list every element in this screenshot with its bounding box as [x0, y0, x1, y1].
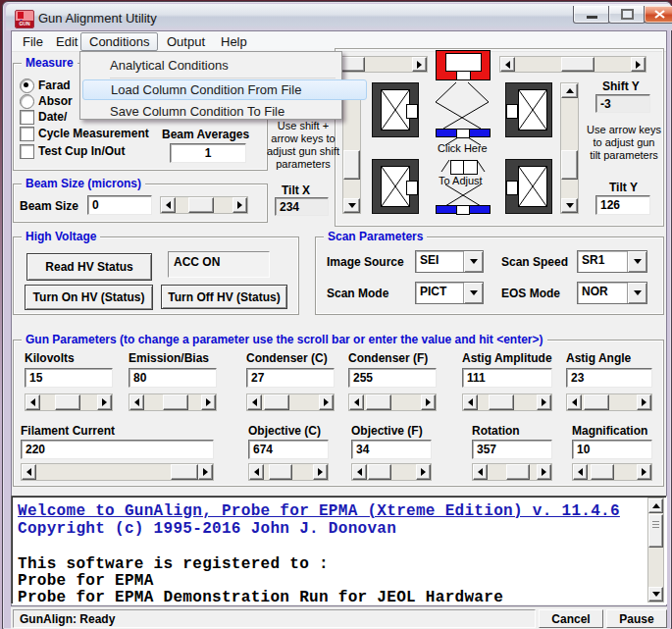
- dropdown-arrow-icon[interactable]: [627, 283, 646, 303]
- dropdown-arrow-icon[interactable]: [627, 251, 646, 272]
- beam-size-field[interactable]: 0: [87, 195, 152, 215]
- log-scrollbar[interactable]: [647, 498, 664, 603]
- scroll-right-arrow[interactable]: [313, 464, 328, 480]
- log-output[interactable]: Welcome to GunAlign, Probe for EPMA (Xtr…: [11, 496, 667, 604]
- data-checkbox[interactable]: [20, 110, 34, 125]
- scroll-right-arrow[interactable]: [412, 57, 427, 72]
- scroll-right-arrow[interactable]: [637, 464, 651, 480]
- scroll-thumb[interactable]: [648, 514, 663, 548]
- magnification-field[interactable]: 10: [572, 440, 652, 459]
- scroll-down-arrow[interactable]: [343, 198, 360, 213]
- scroll-thumb[interactable]: [366, 394, 391, 410]
- scroll-thumb[interactable]: [561, 150, 578, 180]
- scroll-right-arrow[interactable]: [97, 394, 112, 410]
- scroll-right-arrow[interactable]: [416, 464, 431, 480]
- scroll-right-arrow[interactable]: [198, 464, 213, 480]
- astig-angle-scrollbar[interactable]: [566, 393, 652, 411]
- scroll-right-arrow[interactable]: [537, 464, 551, 480]
- scroll-down-arrow[interactable]: [561, 198, 578, 213]
- menu-output[interactable]: Output: [159, 31, 213, 51]
- faraday-radio[interactable]: [20, 79, 34, 93]
- astig-amplitude-field[interactable]: 111: [462, 368, 552, 388]
- test-cup-checkbox[interactable]: [20, 144, 34, 159]
- scroll-left-arrow[interactable]: [161, 197, 176, 213]
- scroll-thumb[interactable]: [188, 197, 214, 213]
- scroll-left-arrow[interactable]: [352, 464, 367, 480]
- scroll-left-arrow[interactable]: [247, 394, 262, 410]
- rotation-field[interactable]: 357: [472, 440, 552, 459]
- scroll-thumb[interactable]: [506, 464, 530, 480]
- scroll-left-arrow[interactable]: [473, 464, 488, 480]
- scroll-thumb[interactable]: [561, 57, 594, 72]
- close-button[interactable]: [644, 6, 672, 24]
- scan-speed-combo[interactable]: SR1: [577, 250, 647, 273]
- menu-item-load-column-condition[interactable]: Load Column Condition From File: [82, 79, 367, 100]
- objective-c-field[interactable]: 674: [248, 440, 329, 459]
- scroll-left-arrow[interactable]: [129, 394, 144, 410]
- scroll-left-arrow[interactable]: [567, 394, 582, 410]
- coil-bottom-right[interactable]: [505, 159, 552, 214]
- read-hv-status-button[interactable]: Read HV Status: [26, 253, 152, 281]
- gun-shift-x2-scrollbar[interactable]: [499, 56, 646, 73]
- shift-y-field[interactable]: -3: [595, 94, 650, 113]
- scroll-thumb[interactable]: [269, 464, 292, 480]
- beam-averages-field[interactable]: 1: [170, 143, 246, 163]
- filament-current-field[interactable]: 220: [21, 440, 214, 459]
- pause-button[interactable]: Pause: [606, 609, 667, 628]
- scroll-left-arrow[interactable]: [349, 394, 364, 410]
- objective-f-scrollbar[interactable]: [351, 463, 432, 481]
- scroll-thumb[interactable]: [343, 150, 360, 180]
- tilt-x-field[interactable]: 234: [275, 197, 329, 216]
- menu-item-analytical-conditions[interactable]: Analytical Conditions: [82, 55, 365, 75]
- scroll-thumb[interactable]: [163, 394, 188, 410]
- dropdown-arrow-icon[interactable]: [463, 251, 483, 272]
- kilovolts-scrollbar[interactable]: [25, 393, 113, 411]
- absorbed-radio[interactable]: [20, 94, 34, 109]
- minimize-button[interactable]: [573, 6, 610, 24]
- emission-bias-field[interactable]: 80: [129, 368, 217, 388]
- scroll-right-arrow[interactable]: [537, 394, 551, 410]
- menu-file[interactable]: File: [15, 31, 51, 51]
- objective-f-field[interactable]: 34: [351, 440, 432, 459]
- scroll-right-arrow[interactable]: [637, 394, 651, 410]
- coil-bottom-left[interactable]: [372, 159, 419, 214]
- objective-c-scrollbar[interactable]: [248, 463, 329, 481]
- aperture-bar-top[interactable]: [436, 129, 491, 137]
- aperture-bar-bottom[interactable]: [436, 205, 491, 214]
- scroll-left-arrow[interactable]: [249, 464, 264, 480]
- title-bar[interactable]: GUN Gun Alignment Utility: [6, 4, 672, 30]
- condenser-f-field[interactable]: 255: [348, 368, 437, 388]
- condenser-c-field[interactable]: 27: [246, 368, 335, 388]
- scroll-right-arrow[interactable]: [233, 197, 247, 213]
- turn-off-hv-button[interactable]: Turn Off HV (Status): [161, 285, 287, 309]
- scroll-left-arrow[interactable]: [500, 57, 515, 72]
- scroll-up-arrow[interactable]: [648, 498, 663, 513]
- scroll-thumb[interactable]: [489, 394, 514, 410]
- scroll-right-arrow[interactable]: [421, 394, 436, 410]
- scroll-thumb[interactable]: [591, 464, 614, 480]
- eos-mode-combo[interactable]: NOR: [577, 282, 647, 304]
- scroll-down-arrow[interactable]: [648, 587, 663, 602]
- turn-on-hv-button[interactable]: Turn On HV (Status): [25, 285, 153, 310]
- magnification-scrollbar[interactable]: [572, 463, 652, 481]
- scroll-thumb[interactable]: [584, 394, 609, 410]
- maximize-button[interactable]: [608, 6, 646, 24]
- scroll-right-arrow[interactable]: [319, 394, 334, 410]
- scroll-right-arrow[interactable]: [201, 394, 216, 410]
- cancel-button[interactable]: Cancel: [539, 609, 603, 628]
- cycle-measurement-checkbox[interactable]: [20, 127, 34, 141]
- scroll-thumb[interactable]: [368, 464, 391, 480]
- condenser-c-scrollbar[interactable]: [246, 393, 335, 411]
- kilovolts-field[interactable]: 15: [25, 368, 113, 388]
- gun-tilt-right-scrollbar[interactable]: [560, 82, 579, 214]
- menu-item-save-column-condition[interactable]: Save Column Condition To File: [82, 101, 365, 121]
- scroll-right-arrow[interactable]: [631, 57, 646, 72]
- adjust-target-box[interactable]: [450, 160, 478, 175]
- rotation-scrollbar[interactable]: [472, 463, 552, 481]
- scroll-left-arrow[interactable]: [22, 464, 36, 480]
- scan-mode-combo[interactable]: PICT: [415, 282, 484, 304]
- beam-size-scrollbar[interactable]: [160, 196, 248, 214]
- scroll-thumb[interactable]: [264, 394, 289, 410]
- emission-bias-scrollbar[interactable]: [129, 393, 217, 411]
- menu-help[interactable]: Help: [213, 31, 255, 51]
